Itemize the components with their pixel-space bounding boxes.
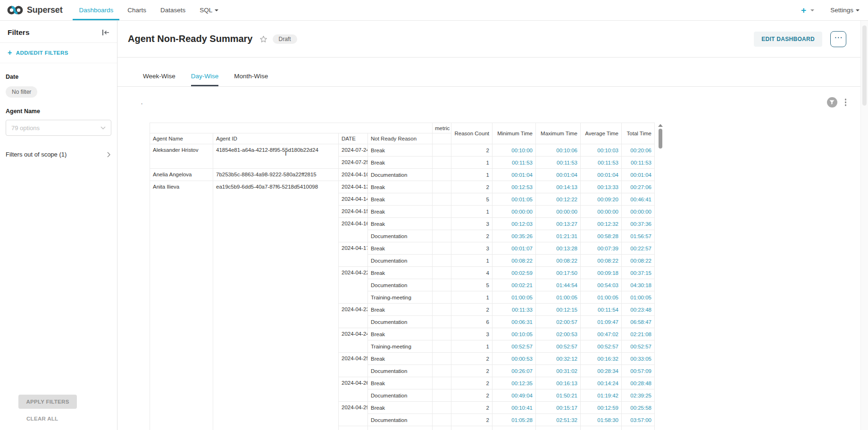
time-value-cell: 00:09:18 — [581, 267, 622, 279]
nav-item-label: Datasets — [160, 7, 185, 14]
page-scrollbar[interactable] — [860, 21, 868, 430]
reason-count-cell: 3 — [451, 426, 492, 430]
reason-cell: Documentation — [368, 316, 433, 328]
table-scrollbar[interactable] — [657, 123, 664, 149]
metric-spacer-cell — [433, 316, 451, 328]
time-value-cell: 00:01:04 — [492, 169, 536, 181]
top-navbar: Superset DashboardsChartsDatasetsSQL + S… — [0, 0, 868, 21]
reason-count-cell: 3 — [451, 328, 492, 340]
column-header-agent-name[interactable]: Agent Name — [150, 133, 213, 144]
nav-item-label: SQL — [200, 7, 212, 14]
reason-count-cell: 5 — [451, 193, 492, 206]
metric-spacer-cell — [433, 218, 451, 230]
time-value-cell: 00:06:31 — [492, 316, 536, 328]
agent-name-filter-select[interactable]: 79 options — [6, 120, 111, 136]
time-value-cell: 00:00:53 — [492, 353, 536, 365]
metric-spacer-cell — [433, 426, 451, 430]
time-value-cell: 00:12:35 — [492, 377, 536, 389]
scrollbar-thumb[interactable] — [659, 129, 662, 149]
time-value-cell: 00:11:54 — [581, 304, 622, 316]
edit-dashboard-button[interactable]: EDIT DASHBOARD — [754, 32, 822, 47]
metric-spacer-cell — [433, 242, 451, 255]
reason-cell: Documentation — [368, 414, 433, 426]
time-value-cell: 02:51:32 — [536, 414, 581, 426]
status-badge: Draft — [273, 34, 297, 44]
time-value-cell: 00:07:39 — [581, 242, 622, 255]
filters-out-of-scope-toggle[interactable]: Filters out of scope (1) — [0, 151, 117, 158]
metric-spacer-cell — [433, 181, 451, 193]
chevron-down-icon — [100, 126, 106, 130]
add-edit-filters-label: ADD/EDIT FILTERS — [16, 50, 68, 56]
reason-cell: Break — [368, 267, 433, 279]
time-value-cell: 00:00:00 — [492, 206, 536, 218]
time-value-cell: 01:50:21 — [536, 389, 581, 402]
date-cell: 2024-04-13 — [339, 181, 368, 193]
column-header-maximum-time[interactable]: Maximum Time — [536, 123, 581, 144]
agent-id-cell: ea19c5b9-6dd5-40a7-87f6-5218d5410098 — [213, 181, 339, 430]
time-value-cell: 00:11:33 — [492, 304, 536, 316]
superset-logo-icon — [7, 5, 24, 16]
caret-down-icon — [215, 9, 218, 11]
nav-item-dashboards[interactable]: Dashboards — [79, 0, 113, 20]
column-header-agent-id[interactable]: Agent ID — [213, 133, 339, 144]
settings-menu[interactable]: Settings — [830, 7, 860, 14]
time-value-cell: 00:37:36 — [622, 218, 655, 230]
superset-app: Superset DashboardsChartsDatasetsSQL + S… — [0, 0, 868, 430]
more-options-button[interactable]: ⋯ — [830, 31, 846, 47]
agent-name-cell: Anelia Angelova — [150, 169, 213, 181]
column-header-reason-count[interactable]: Reason Count — [451, 123, 492, 144]
kebab-menu-icon[interactable] — [844, 98, 848, 107]
nav-item-label: Dashboards — [79, 7, 113, 14]
reason-count-cell: 2 — [451, 377, 492, 389]
date-cell: 2024-04-14 — [339, 193, 368, 206]
time-value-cell: 00:37:15 — [622, 267, 655, 279]
column-header-not-ready-reason[interactable]: Not Ready Reason — [368, 133, 433, 144]
nav-item-sql[interactable]: SQL — [200, 0, 218, 20]
column-header-average-time[interactable]: Average Time — [581, 123, 622, 144]
reason-cell: Documentation — [368, 365, 433, 377]
nav-item-datasets[interactable]: Datasets — [160, 0, 185, 20]
new-item-caret-icon[interactable] — [810, 9, 814, 11]
time-value-cell: 00:47:02 — [581, 328, 622, 340]
time-value-cell: 00:12:59 — [581, 402, 622, 414]
table-row: Anelia Angelova7b253b5c-8863-4a98-9222-5… — [150, 169, 655, 181]
date-filter-value[interactable]: No filter — [6, 86, 37, 98]
nav-item-label: Charts — [127, 7, 146, 14]
page-scrollbar-thumb[interactable] — [862, 25, 867, 106]
tab-day-wise[interactable]: Day-Wise — [191, 66, 219, 86]
add-edit-filters-button[interactable]: + ADD/EDIT FILTERS — [0, 43, 117, 63]
metric-group-label: metric — [433, 123, 451, 133]
time-value-cell: 01:00:05 — [492, 291, 536, 304]
time-value-cell: 00:57:09 — [622, 365, 655, 377]
tab-week-wise[interactable]: Week-Wise — [143, 66, 175, 86]
filter-header: Filters — [0, 21, 117, 43]
column-header-total-time[interactable]: Total Time — [622, 123, 655, 144]
favorite-star-icon[interactable] — [259, 35, 267, 43]
time-value-cell: 00:54:03 — [581, 279, 622, 291]
time-value-cell: 00:31:02 — [536, 365, 581, 377]
date-filter-label: Date — [6, 74, 111, 80]
reason-cell: Break — [368, 218, 433, 230]
tab-month-wise[interactable]: Month-Wise — [234, 66, 268, 86]
column-header-minimum-time[interactable]: Minimum Time — [492, 123, 536, 144]
metric-spacer-cell — [433, 193, 451, 206]
brand[interactable]: Superset — [0, 0, 62, 20]
time-value-cell: 00:00:00 — [536, 206, 581, 218]
date-cell: 2024-07-25 — [339, 157, 368, 169]
header-empty-cell — [150, 123, 433, 133]
apply-filters-button[interactable]: APPLY FILTERS — [18, 395, 77, 409]
time-value-cell: 00:02:21 — [492, 279, 536, 291]
time-value-cell: 00:32:12 — [536, 353, 581, 365]
applied-filters-icon[interactable] — [827, 97, 837, 108]
time-value-cell: 00:14:24 — [581, 377, 622, 389]
clear-all-button[interactable]: CLEAR ALL — [26, 416, 58, 422]
date-cell: 2024-04-17 — [339, 242, 368, 267]
column-header-date[interactable]: DATE — [339, 133, 368, 144]
new-item-button[interactable]: + — [801, 6, 806, 15]
time-value-cell: 00:10:03 — [581, 144, 622, 157]
metric-spacer-cell — [433, 402, 451, 414]
scroll-up-icon[interactable] — [658, 124, 663, 127]
nav-item-charts[interactable]: Charts — [127, 0, 146, 20]
collapse-sidebar-icon[interactable] — [102, 29, 109, 36]
time-value-cell: 00:08:22 — [536, 255, 581, 267]
